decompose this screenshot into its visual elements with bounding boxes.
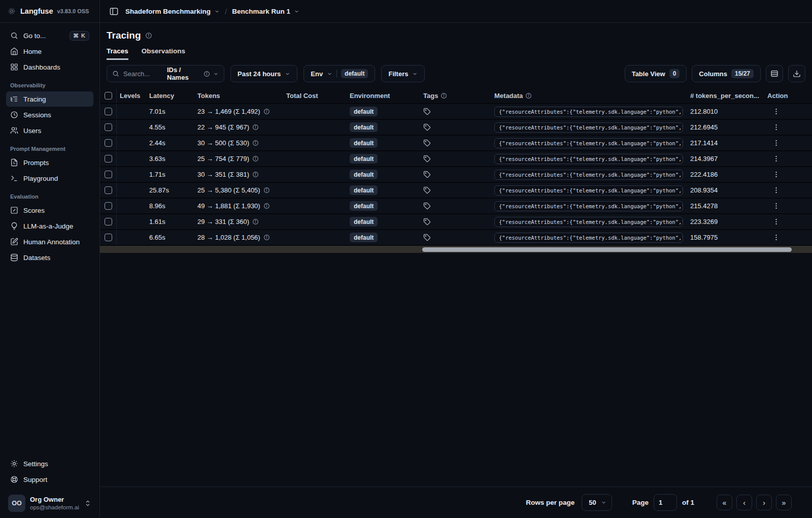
metadata-value[interactable]: {"resourceAttributes":{"telemetry.sdk.la…	[494, 185, 683, 196]
metadata-value[interactable]: {"resourceAttributes":{"telemetry.sdk.la…	[494, 154, 683, 164]
metadata-value[interactable]: {"resourceAttributes":{"telemetry.sdk.la…	[494, 138, 683, 148]
tab-observations[interactable]: Observations	[142, 47, 185, 60]
previous-page-button[interactable]: ‹	[736, 495, 752, 510]
info-icon[interactable]	[263, 108, 270, 115]
columns-button[interactable]: Columns 15/27	[692, 65, 761, 82]
kebab-menu-icon[interactable]	[772, 171, 780, 178]
table-row[interactable]: 2.44s 30 → 500 (Σ 530) default	[100, 136, 812, 151]
search-input[interactable]	[123, 70, 163, 78]
kebab-menu-icon[interactable]	[772, 202, 780, 210]
sidebar-item-users[interactable]: Users	[6, 123, 93, 138]
select-all-checkbox[interactable]	[105, 92, 112, 100]
kebab-menu-icon[interactable]	[772, 123, 780, 131]
table-row[interactable]: 8.96s 49 → 1,881 (Σ 1,930) default	[100, 199, 812, 214]
column-header-tags[interactable]: Tags	[420, 92, 491, 100]
info-icon[interactable]	[145, 32, 152, 39]
metadata-value[interactable]: {"resourceAttributes":{"telemetry.sdk.la…	[494, 233, 683, 243]
info-icon[interactable]	[252, 218, 259, 225]
last-page-button[interactable]: »	[776, 495, 792, 510]
row-checkbox[interactable]	[105, 171, 112, 178]
tag-icon[interactable]	[423, 123, 431, 131]
filters-button[interactable]: Filters	[381, 65, 425, 82]
tag-icon[interactable]	[423, 155, 431, 163]
info-icon[interactable]	[252, 155, 259, 162]
project-breadcrumb[interactable]: Benchmark Run 1	[232, 8, 299, 15]
table-view-button[interactable]: Table View 0	[625, 65, 687, 82]
row-checkbox[interactable]	[105, 202, 112, 210]
metadata-value[interactable]: {"resourceAttributes":{"telemetry.sdk.la…	[494, 217, 683, 227]
tag-icon[interactable]	[423, 108, 431, 115]
column-header-environment[interactable]: Environment	[347, 92, 420, 100]
row-checkbox[interactable]	[105, 218, 112, 225]
metadata-value[interactable]: {"resourceAttributes":{"telemetry.sdk.la…	[494, 107, 683, 117]
metadata-value[interactable]: {"resourceAttributes":{"telemetry.sdk.la…	[494, 122, 683, 133]
column-header-latency[interactable]: Latency	[146, 92, 194, 100]
tag-icon[interactable]	[423, 202, 431, 210]
table-row[interactable]: 1.71s 30 → 351 (Σ 381) default	[100, 167, 812, 183]
tag-icon[interactable]	[423, 186, 431, 194]
column-header-total-cost[interactable]: Total Cost	[283, 92, 347, 100]
row-checkbox[interactable]	[105, 123, 112, 131]
row-checkbox[interactable]	[105, 108, 112, 115]
kebab-menu-icon[interactable]	[772, 218, 780, 225]
column-header-tokens-per-second[interactable]: # tokens_per_secon...	[687, 92, 764, 100]
table-row[interactable]: 1.61s 29 → 331 (Σ 360) default	[100, 214, 812, 230]
metadata-value[interactable]: {"resourceAttributes":{"telemetry.sdk.la…	[494, 170, 683, 180]
info-icon[interactable]	[263, 187, 270, 193]
row-checkbox[interactable]	[105, 186, 112, 194]
info-icon[interactable]	[252, 171, 259, 178]
sidebar-item-settings[interactable]: Settings	[6, 456, 93, 471]
first-page-button[interactable]: «	[717, 495, 732, 510]
column-header-tokens[interactable]: Tokens	[194, 92, 283, 100]
kebab-menu-icon[interactable]	[772, 234, 780, 241]
sidebar-item-scores[interactable]: Scores	[6, 203, 93, 218]
export-button[interactable]	[788, 65, 805, 82]
sidebar-item-support[interactable]: Support	[6, 472, 93, 487]
horizontal-scrollbar[interactable]	[100, 246, 812, 253]
sidebar-item-dashboards[interactable]: Dashboards	[6, 59, 93, 75]
tag-icon[interactable]	[423, 139, 431, 147]
column-header-levels[interactable]: Levels	[117, 92, 146, 100]
info-icon[interactable]	[263, 234, 270, 241]
sidebar-item-goto[interactable]: Go to... ⌘ K	[6, 28, 93, 43]
env-filter-select[interactable]: Env default	[303, 65, 375, 82]
table-row[interactable]: 7.01s 23 → 1,469 (Σ 1,492) default	[100, 104, 812, 120]
row-height-button[interactable]	[766, 65, 783, 82]
tag-icon[interactable]	[423, 234, 431, 241]
sidebar-item-llm-judge[interactable]: LLM-as-a-Judge	[6, 218, 93, 234]
sidebar-item-human-annotation[interactable]: Human Annotation	[6, 234, 93, 249]
sidebar-item-home[interactable]: Home	[6, 44, 93, 59]
page-number-input[interactable]	[654, 494, 677, 511]
tab-traces[interactable]: Traces	[107, 47, 128, 60]
info-icon[interactable]	[263, 203, 270, 209]
sidebar-item-prompts[interactable]: Prompts	[6, 155, 93, 170]
table-row[interactable]: 25.87s 25 → 5,380 (Σ 5,405) default	[100, 183, 812, 199]
search-mode-select[interactable]: IDs / Names	[167, 66, 219, 81]
metadata-value[interactable]: {"resourceAttributes":{"telemetry.sdk.la…	[494, 201, 683, 211]
table-row[interactable]: 4.55s 22 → 945 (Σ 967) default	[100, 120, 812, 136]
rows-per-page-select[interactable]: 50	[582, 494, 612, 511]
column-header-metadata[interactable]: Metadata	[491, 92, 687, 100]
sidebar-item-tracing[interactable]: Tracing	[6, 91, 93, 107]
sidebar-toggle-button[interactable]	[107, 5, 120, 18]
table-row[interactable]: 3.63s 25 → 754 (Σ 779) default	[100, 151, 812, 167]
user-menu[interactable]: OO Org Owner ops@shadeform.ai	[6, 492, 93, 514]
info-icon[interactable]	[252, 140, 259, 146]
row-checkbox[interactable]	[105, 139, 112, 147]
sidebar-item-datasets[interactable]: Datasets	[6, 250, 93, 265]
kebab-menu-icon[interactable]	[772, 108, 780, 115]
sidebar-item-sessions[interactable]: Sessions	[6, 107, 93, 122]
kebab-menu-icon[interactable]	[772, 186, 780, 194]
scrollbar-thumb[interactable]	[422, 247, 792, 252]
next-page-button[interactable]: ›	[756, 495, 772, 510]
row-checkbox[interactable]	[105, 234, 112, 241]
info-icon[interactable]	[252, 124, 259, 131]
kebab-menu-icon[interactable]	[772, 139, 780, 147]
kebab-menu-icon[interactable]	[772, 155, 780, 163]
tag-icon[interactable]	[423, 171, 431, 178]
row-checkbox[interactable]	[105, 155, 112, 163]
sidebar-item-playground[interactable]: Playground	[6, 171, 93, 186]
tag-icon[interactable]	[423, 218, 431, 225]
org-breadcrumb[interactable]: Shadeform Benchmarking	[125, 8, 220, 15]
time-range-select[interactable]: Past 24 hours	[230, 65, 297, 82]
